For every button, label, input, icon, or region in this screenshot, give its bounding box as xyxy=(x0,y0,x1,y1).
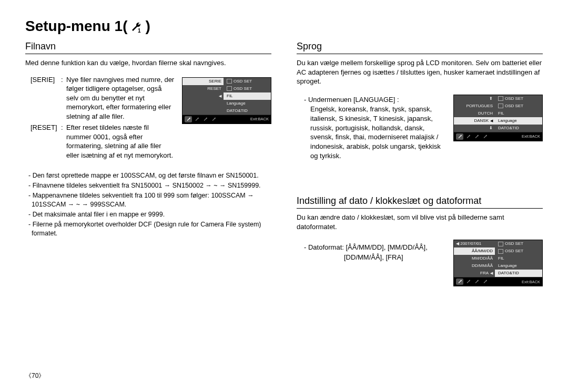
wrench-tab-3-icon xyxy=(473,133,480,140)
menu-right-item: OSD SET xyxy=(495,247,542,255)
def-serie-label: [SERIE] xyxy=(31,75,61,121)
filnavn-heading: Filnavn xyxy=(25,40,271,54)
menu-right-item: OSD SET xyxy=(495,102,542,110)
wrench-tab-1-icon xyxy=(185,116,192,122)
dato-intro: Du kan ændre dato / klokkeslæt, som vil … xyxy=(297,213,543,231)
menu-left-item xyxy=(182,107,224,115)
wrench-tab-3-icon xyxy=(473,278,480,285)
wrench-tab-1-icon xyxy=(456,133,463,140)
wrench-tab-4-icon xyxy=(481,133,489,140)
language-list: Engelsk, koreansk, fransk, tysk, spansk,… xyxy=(310,105,446,161)
wrench-1-icon: 1 xyxy=(129,20,143,32)
left-column: Filnavn Med denne funktion kan du vælge,… xyxy=(25,38,271,286)
menu-left-item: RESET xyxy=(182,85,224,92)
menu-right-item: Language xyxy=(495,262,542,270)
menu-right-item: FIL xyxy=(495,255,542,262)
def-reset-label: [RESET] xyxy=(31,123,61,160)
dato-format-line1: - Datoformat: [ÅÅ/MM/DD], [MM/DD/ÅÅ], xyxy=(304,243,446,252)
sprog-menu-preview: ⬆ PORTUGUES DUTCH DANSK◀ ⬇ OSD SET OSD S… xyxy=(453,95,543,141)
filnavn-intro: Med denne funktion kan du vælge, hvordan… xyxy=(25,58,271,68)
menu-left-item: FRA◀ xyxy=(454,270,495,277)
dato-menu-preview: ◀ 2007/07/01 ÅÅ/MM/DD MM/DD/ÅÅ DD/MM/ÅÅ … xyxy=(453,240,543,286)
menu-right-item: DATO&TID xyxy=(495,270,542,277)
menu-left-item: SERIE xyxy=(182,78,224,85)
menu-left-item xyxy=(182,100,224,107)
menu-left-item: ◀ xyxy=(182,92,224,100)
wrench-tab-2-icon xyxy=(464,133,472,140)
dato-format-line2: [DD/MM/ÅÅ], [FRA] xyxy=(344,253,446,262)
menu-exit-label: Exit:BACK xyxy=(250,117,269,121)
menu-right-item: DATO&TID xyxy=(495,125,542,132)
filnavn-menu-preview: SERIE RESET ◀ OSD SET OSD SET FIL Langua… xyxy=(182,77,271,124)
wrench-tab-4-icon xyxy=(210,116,217,122)
menu-left-item: DUTCH xyxy=(454,110,495,117)
filnavn-bullet: - Den først oprettede mappe er 100SSCAM,… xyxy=(25,171,271,180)
right-column: Sprog Du kan vælge mellem forskellige sp… xyxy=(297,38,543,286)
filnavn-bullet: - Mappenavnene tildeles sekventielt fra … xyxy=(25,191,271,209)
menu-right-item: FIL xyxy=(495,110,542,117)
wrench-tab-2-icon xyxy=(464,278,472,285)
menu-right-item: OSD SET xyxy=(224,85,271,92)
title-suffix: ) xyxy=(145,18,150,35)
wrench-tab-1-icon xyxy=(456,278,463,285)
def-reset-body: Efter reset tildeles næste fil nummer 00… xyxy=(66,123,175,160)
filnavn-bullet: - Filnavnene tildeles sekventielt fra SN… xyxy=(25,181,271,190)
filnavn-bullet: - Filerne på memorykortet overholder DCF… xyxy=(25,220,271,238)
svg-text:1: 1 xyxy=(138,28,141,34)
menu-left-item: PORTUGUES xyxy=(454,102,495,110)
wrench-tab-2-icon xyxy=(193,116,200,122)
menu-left-item: DD/MM/ÅÅ xyxy=(454,262,495,270)
menu-left-item: ⬆ xyxy=(454,95,495,102)
def-serie: [SERIE] : Nye filer navngives med numre,… xyxy=(31,75,175,121)
sprog-intro: Du kan vælge mellem forskellige sprog på… xyxy=(297,58,543,86)
menu-right-item: DATO&TID xyxy=(224,107,271,115)
def-serie-body: Nye filer navngives med numre, der følge… xyxy=(66,75,175,121)
menu-right-item: FIL xyxy=(224,92,271,100)
wrench-tab-4-icon xyxy=(481,278,489,285)
menu-left-item: DANSK◀ xyxy=(454,117,495,125)
menu-left-top: ◀ 2007/07/01 xyxy=(454,240,495,247)
menu-right-item: OSD SET xyxy=(224,78,271,85)
title-prefix: Setup-menu 1( xyxy=(25,18,127,35)
sprog-heading: Sprog xyxy=(297,40,543,54)
language-submenu-label: - Undermenuen [LANGUAGE] : xyxy=(304,96,446,104)
page-title: Setup-menu 1( 1 ) xyxy=(25,18,543,35)
menu-right-item: OSD SET xyxy=(495,95,542,102)
menu-exit-label: Exit:BACK xyxy=(522,280,540,284)
filnavn-bullet: - Det maksimale antal filer i en mappe e… xyxy=(25,210,271,219)
def-reset: [RESET] : Efter reset tildeles næste fil… xyxy=(31,123,175,160)
dato-heading: Indstilling af dato / klokkeslæt og dato… xyxy=(297,194,543,209)
menu-left-item: ÅÅ/MM/DD xyxy=(454,247,495,255)
menu-left-item: MM/DD/ÅÅ xyxy=(454,255,495,262)
menu-right-item: OSD SET xyxy=(495,240,542,247)
menu-exit-label: Exit:BACK xyxy=(522,134,540,139)
menu-right-item: Language xyxy=(224,100,271,107)
menu-left-item: ⬇ xyxy=(454,125,495,132)
page-number: 《70》 xyxy=(25,372,45,380)
wrench-tab-3-icon xyxy=(201,116,209,122)
menu-right-item: Language xyxy=(495,117,542,125)
